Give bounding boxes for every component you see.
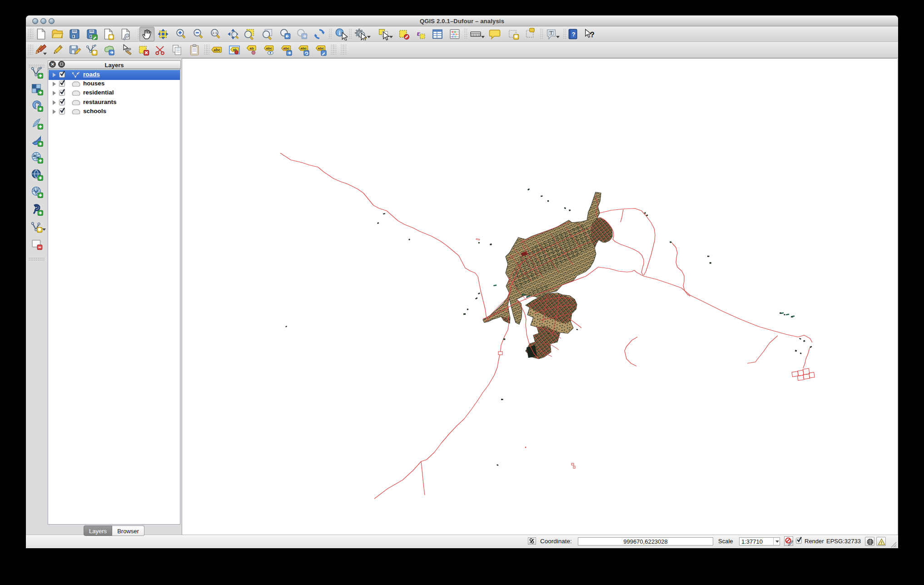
svg-text:1:1: 1:1 bbox=[212, 31, 217, 35]
svg-text:?: ? bbox=[572, 31, 576, 38]
svg-text:✱: ✱ bbox=[514, 34, 518, 39]
svg-text:i: i bbox=[339, 30, 341, 36]
svg-text:abc: abc bbox=[214, 48, 220, 52]
svg-text:abc: abc bbox=[266, 46, 272, 50]
svg-text:✱: ✱ bbox=[93, 50, 97, 55]
svg-text:abc: abc bbox=[300, 46, 307, 50]
svg-text:abc: abc bbox=[283, 46, 289, 50]
svg-text:✱: ✱ bbox=[38, 227, 42, 232]
svg-text:T: T bbox=[550, 31, 553, 35]
svg-text:ab: ab bbox=[250, 46, 254, 50]
svg-text:ε: ε bbox=[417, 29, 421, 38]
svg-text:!: ! bbox=[881, 540, 882, 545]
svg-text:abc: abc bbox=[318, 46, 324, 50]
svg-text:✱: ✱ bbox=[109, 34, 114, 40]
svg-text:?: ? bbox=[590, 30, 595, 39]
